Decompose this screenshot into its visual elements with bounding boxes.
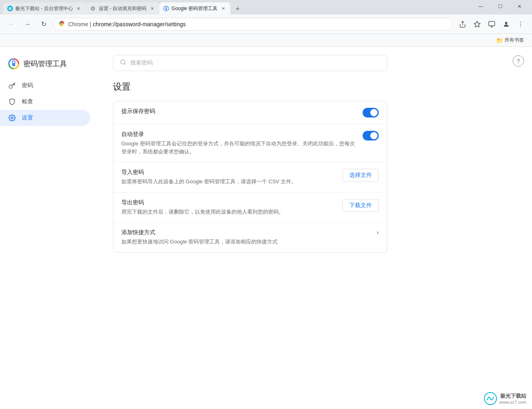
close-button[interactable]: ✕	[510, 0, 529, 13]
sidebar-label-passwords: 密码	[22, 82, 33, 89]
setting-desc-add-shortcut: 如果想更快速地访问 Google 密码管理工具，请添加相应的快捷方式	[121, 238, 370, 246]
title-bar: 极 极光下载站 - 后台管理中心 ✕ ⚙ 设置 - 自动填充和密码 ✕	[0, 0, 532, 15]
window-controls: — ☐ ✕	[471, 0, 529, 15]
setting-info-add-shortcut: 添加快捷方式 如果想更快速地访问 Google 密码管理工具，请添加相应的快捷方…	[121, 229, 370, 246]
page-title: 设置	[113, 81, 516, 93]
sidebar: 密码管理工具 密码 检查 设置	[0, 47, 97, 409]
tab-settings[interactable]: ⚙ 设置 - 自动填充和密码 ✕	[86, 2, 160, 15]
svg-point-25	[121, 60, 125, 64]
watermark-icon	[484, 392, 497, 405]
browser-toolbar: ← → ↻ Chrome | chrome://password-manager…	[0, 15, 532, 34]
setting-info-export-password: 导出密码 用完下载的文件后，请删除它，以免使用此设备的他人看到您的密码。	[121, 199, 336, 216]
setting-action-import-password[interactable]: 选择文件	[342, 169, 379, 182]
search-placeholder: 搜索密码	[130, 59, 153, 67]
menu-button[interactable]	[514, 18, 527, 31]
watermark-line1: 极光下载站	[499, 392, 526, 400]
setting-title-export-password: 导出密码	[121, 199, 336, 206]
svg-point-24	[11, 117, 13, 119]
svg-point-17	[520, 23, 521, 24]
setting-row-auto-login: 自动登录 Google 密码管理工具会记住您的登录方式，并在可能的情况下自动为您…	[113, 124, 387, 162]
help-button[interactable]: ?	[513, 55, 524, 67]
bookmark-bar: 📁 所有书签	[0, 34, 532, 47]
setting-desc-import-password: 如需将密码导入此设备上的 Google 密码管理工具，请选择一个 CSV 文件。	[121, 178, 336, 186]
tab-jiguang[interactable]: 极 极光下载站 - 后台管理中心 ✕	[3, 2, 86, 15]
tab-password-manager[interactable]: Google 密码管理工具 ✕	[159, 2, 230, 15]
svg-point-23	[9, 85, 13, 88]
address-text: Chrome | chrome://password-manager/setti…	[68, 21, 448, 27]
svg-point-16	[520, 21, 521, 22]
setting-info-auto-login: 自动登录 Google 密码管理工具会记住您的登录方式，并在可能的情况下自动为您…	[121, 131, 356, 155]
setting-title-auto-login: 自动登录	[121, 131, 356, 138]
sidebar-logo: 密码管理工具	[0, 53, 97, 78]
svg-text:极: 极	[8, 7, 12, 10]
setting-info-save-password: 提示保存密码	[121, 108, 356, 117]
setting-row-export-password: 导出密码 用完下载的文件后，请删除它，以免使用此设备的他人看到您的密码。 下载文…	[113, 193, 387, 223]
share-button[interactable]	[456, 18, 469, 31]
svg-point-18	[520, 26, 521, 27]
sidebar-item-settings[interactable]: 设置	[0, 110, 90, 126]
tab-close-2[interactable]: ✕	[149, 5, 155, 12]
profile-button[interactable]	[500, 18, 513, 31]
tab-favicon-1: 极	[7, 6, 13, 11]
select-file-button[interactable]: 选择文件	[342, 169, 379, 182]
new-tab-button[interactable]: +	[232, 3, 243, 15]
sidebar-item-checkup[interactable]: 检查	[0, 94, 90, 110]
tab-title-2: 设置 - 自动填充和密码	[99, 5, 147, 12]
setting-desc-export-password: 用完下载的文件后，请删除它，以免使用此设备的他人看到您的密码。	[121, 208, 336, 216]
key-icon	[8, 82, 16, 90]
tab-title-1: 极光下载站 - 后台管理中心	[15, 5, 73, 12]
chevron-icon: ›	[377, 229, 379, 236]
tab-favicon-2: ⚙	[90, 5, 96, 12]
setting-title-import-password: 导入密码	[121, 169, 336, 176]
bookmark-button[interactable]	[471, 18, 484, 31]
setting-row-save-password: 提示保存密码	[113, 101, 387, 124]
sidebar-label-settings: 设置	[22, 114, 33, 122]
search-icon	[120, 59, 126, 67]
svg-rect-22	[13, 63, 15, 66]
main-content: 搜索密码 设置 提示保存密码 自动登录	[97, 47, 532, 409]
app-logo-icon	[8, 58, 19, 69]
setting-row-add-shortcut[interactable]: 添加快捷方式 如果想更快速地访问 Google 密码管理工具，请添加相应的快捷方…	[113, 222, 387, 252]
forward-button[interactable]: →	[21, 18, 34, 31]
maximize-button[interactable]: ☐	[491, 0, 509, 13]
setting-desc-auto-login: Google 密码管理工具会记住您的登录方式，并在可能的情况下自动为您登录。关闭…	[121, 140, 356, 155]
toggle-save-password[interactable]	[363, 108, 379, 117]
page-content: 密码管理工具 密码 检查 设置	[0, 47, 532, 409]
tab-list: 极 极光下载站 - 后台管理中心 ✕ ⚙ 设置 - 自动填充和密码 ✕	[3, 2, 471, 15]
address-bar[interactable]: Chrome | chrome://password-manager/setti…	[53, 18, 453, 31]
svg-marker-11	[474, 21, 480, 27]
tab-favicon-3	[163, 6, 169, 11]
toggle-auto-login[interactable]	[363, 131, 379, 141]
tab-close-3[interactable]: ✕	[220, 5, 226, 12]
sidebar-item-passwords[interactable]: 密码	[0, 78, 90, 94]
settings-gear-icon	[8, 114, 16, 122]
shield-icon	[8, 98, 16, 106]
sidebar-label-checkup: 检查	[22, 98, 33, 105]
refresh-button[interactable]: ↻	[37, 18, 50, 31]
setting-title-save-password: 提示保存密码	[121, 108, 356, 115]
settings-card: 提示保存密码 自动登录 Google 密码管理工具会记住您的登录方式，并在可能的…	[113, 101, 387, 253]
bookmark-all-button[interactable]: 📁 所有书签	[493, 36, 527, 44]
bookmark-all-label: 所有书签	[505, 37, 524, 44]
setting-action-save-password	[363, 108, 379, 117]
toolbar-right	[456, 18, 527, 31]
folder-icon: 📁	[496, 37, 503, 44]
setting-row-import-password: 导入密码 如需将密码导入此设备上的 Google 密码管理工具，请选择一个 CS…	[113, 162, 387, 193]
minimize-button[interactable]: —	[471, 0, 490, 13]
svg-rect-5	[166, 8, 167, 10]
back-button[interactable]: ←	[5, 18, 18, 31]
download-file-button[interactable]: 下载文件	[342, 199, 379, 212]
tab-title-3: Google 密码管理工具	[171, 5, 217, 12]
setting-action-auto-login	[363, 131, 379, 141]
url-text: chrome://password-manager/settings	[93, 21, 186, 27]
svg-rect-12	[489, 21, 495, 26]
watermark: 极光下载站 www.xz7.com	[484, 392, 526, 405]
setting-title-add-shortcut: 添加快捷方式	[121, 229, 370, 236]
watermark-line2: www.xz7.com	[499, 400, 526, 405]
tab-close-1[interactable]: ✕	[75, 5, 82, 12]
search-bar[interactable]: 搜索密码	[113, 55, 387, 71]
address-favicon	[58, 20, 65, 28]
tab-search-button[interactable]	[485, 18, 498, 31]
setting-action-export-password[interactable]: 下载文件	[342, 199, 379, 212]
setting-info-import-password: 导入密码 如需将密码导入此设备上的 Google 密码管理工具，请选择一个 CS…	[121, 169, 336, 186]
